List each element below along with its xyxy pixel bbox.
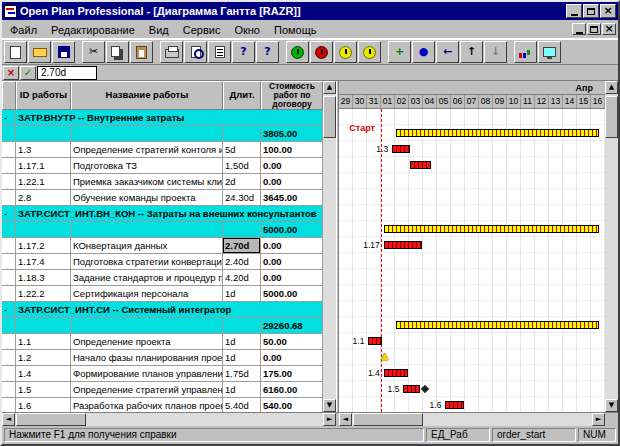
name-cell[interactable]: Определение стратегий контоля и отч: [71, 142, 223, 158]
gantt-bar-task[interactable]: [403, 385, 420, 393]
maximize-button[interactable]: [583, 4, 599, 18]
duration-cell[interactable]: 2.70d: [223, 238, 261, 254]
cost-cell[interactable]: 6160.00: [261, 382, 323, 398]
context-help-button[interactable]: ?: [256, 41, 279, 63]
name-cell[interactable]: Приемка заказчиком системы клиент: [71, 174, 223, 190]
scroll-up-icon[interactable]: ▲: [323, 81, 336, 94]
cost-column-header[interactable]: Стоимость работ по договору: [261, 81, 323, 110]
table-row[interactable]: 1.22.2Сертификация персонала1d5000.00: [2, 286, 323, 302]
cancel-edit-button[interactable]: ×: [3, 66, 19, 80]
table-row[interactable]: -ЗАТР.СИСТ_ИНТ.СИ -- Системный интеграто…: [2, 302, 323, 318]
view-barchart-button[interactable]: [514, 41, 537, 63]
menu-item-file[interactable]: Файл: [3, 22, 44, 38]
menu-item-help[interactable]: Помощь: [267, 22, 324, 38]
menu-item-service[interactable]: Сервис: [176, 22, 228, 38]
gantt-bar-summary[interactable]: [396, 129, 599, 137]
duration-cell[interactable]: 1d: [223, 382, 261, 398]
id-cell[interactable]: 1.22.1: [16, 174, 71, 190]
resource-button[interactable]: [334, 41, 357, 63]
gantt-hscrollbar[interactable]: ◄ ►: [339, 413, 605, 426]
link-activities-button[interactable]: ●: [412, 41, 435, 63]
duration-cell[interactable]: 24.30d: [223, 190, 261, 206]
paste-button[interactable]: [130, 41, 153, 63]
name-cell[interactable]: [71, 318, 223, 334]
gantt-bar-task[interactable]: [368, 337, 382, 345]
cost-cell[interactable]: 175.00: [261, 366, 323, 382]
scroll-down-icon[interactable]: ▼: [323, 399, 336, 412]
id-cell[interactable]: [16, 318, 71, 334]
save-button[interactable]: [52, 41, 75, 63]
duration-cell[interactable]: 1d: [223, 334, 261, 350]
table-row[interactable]: 2.8Обучение команды проекта24.30d3645.00: [2, 190, 323, 206]
table-hscroll-track[interactable]: [15, 413, 323, 426]
scroll-down-icon[interactable]: ▼: [605, 399, 618, 412]
table-row[interactable]: 1.3Определение стратегий контоля и отч5d…: [2, 142, 323, 158]
menu-item-window[interactable]: Окно: [227, 22, 267, 38]
cost-cell[interactable]: 100.00: [261, 142, 323, 158]
row-expand-cell[interactable]: -: [2, 206, 16, 222]
time-analysis-button[interactable]: [286, 41, 309, 63]
cost-cell[interactable]: 3805.00: [261, 126, 323, 142]
gantt-bar-summary[interactable]: [396, 321, 599, 329]
cost-cell[interactable]: 0.00: [261, 174, 323, 190]
table-vscrollbar[interactable]: ▲ ▼: [323, 81, 336, 412]
name-cell[interactable]: Разработка рабочих планов проекта: [71, 398, 223, 412]
id-cell[interactable]: 1.2: [16, 350, 71, 366]
menu-item-view[interactable]: Вид: [142, 22, 176, 38]
duration-cell[interactable]: 4.20d: [223, 270, 261, 286]
row-expand-cell[interactable]: -: [2, 110, 16, 126]
report-button[interactable]: [208, 41, 231, 63]
close-button[interactable]: ×: [600, 4, 616, 18]
name-cell[interactable]: КОнвертация данных: [71, 238, 223, 254]
edit-value-field[interactable]: 2.70d: [37, 66, 97, 80]
progress-button[interactable]: [310, 41, 333, 63]
name-cell[interactable]: Определение стратегий управления и: [71, 382, 223, 398]
cost-cell[interactable]: 0.00: [261, 238, 323, 254]
new-button[interactable]: [4, 41, 27, 63]
id-cell[interactable]: 1.4: [16, 366, 71, 382]
id-cell[interactable]: 1.17.4: [16, 254, 71, 270]
table-row[interactable]: -ЗАТР.ВНУТР -- Внутренние затраты: [2, 110, 323, 126]
cut-button[interactable]: ✂: [82, 41, 105, 63]
cost-cell[interactable]: 0.00: [261, 158, 323, 174]
id-cell[interactable]: 1.18.3: [16, 270, 71, 286]
table-row[interactable]: 5000.00: [2, 222, 323, 238]
table-row[interactable]: 1.17.1Подготовка ТЗ1.50d0.00: [2, 158, 323, 174]
scroll-up-icon[interactable]: ▲: [605, 81, 618, 94]
id-cell[interactable]: 1.22.2: [16, 286, 71, 302]
table-hscrollbar[interactable]: ◄ ►: [2, 413, 336, 426]
name-cell[interactable]: Формирование планов управления: [71, 366, 223, 382]
gantt-bar-task[interactable]: [384, 369, 409, 377]
id-cell[interactable]: 1.5: [16, 382, 71, 398]
mdi-restore-button[interactable]: [587, 23, 601, 35]
table-row[interactable]: 1.22.1Приемка заказчиком системы клиент2…: [2, 174, 323, 190]
table-row[interactable]: 29260.68: [2, 318, 323, 334]
expand-column-header[interactable]: [2, 81, 16, 110]
name-cell[interactable]: Подготовка ТЗ: [71, 158, 223, 174]
name-cell[interactable]: [71, 126, 223, 142]
cost-cell[interactable]: 0.00: [261, 254, 323, 270]
name-cell[interactable]: Обучение команды проекта: [71, 190, 223, 206]
copy-button[interactable]: [106, 41, 129, 63]
id-column-header[interactable]: ID работы: [16, 81, 71, 110]
table-row[interactable]: 3805.00: [2, 126, 323, 142]
name-column-header[interactable]: Название работы: [71, 81, 223, 110]
open-button[interactable]: [28, 41, 51, 63]
gantt-bar-summary[interactable]: [384, 225, 600, 233]
cost-cell[interactable]: 540.00: [261, 398, 323, 412]
gantt-bar-task[interactable]: [384, 241, 422, 249]
menu-item-edit[interactable]: Редактирование: [44, 22, 142, 38]
cost-cell[interactable]: 5000.00: [261, 222, 323, 238]
cost-cell[interactable]: 50.00: [261, 334, 323, 350]
id-cell[interactable]: [16, 222, 71, 238]
gantt-hscroll-thumb[interactable]: [353, 413, 423, 426]
cost-cell[interactable]: 0.00: [261, 270, 323, 286]
table-vscroll-thumb[interactable]: [323, 96, 336, 138]
row-expand-cell[interactable]: -: [2, 302, 16, 318]
id-cell[interactable]: 1.17.2: [16, 238, 71, 254]
print-preview-button[interactable]: [184, 41, 207, 63]
duration-cell[interactable]: 2d: [223, 174, 261, 190]
minimize-button[interactable]: [566, 4, 582, 18]
cost-cell[interactable]: 0.00: [261, 350, 323, 366]
gantt-vscroll-track[interactable]: [605, 94, 618, 399]
